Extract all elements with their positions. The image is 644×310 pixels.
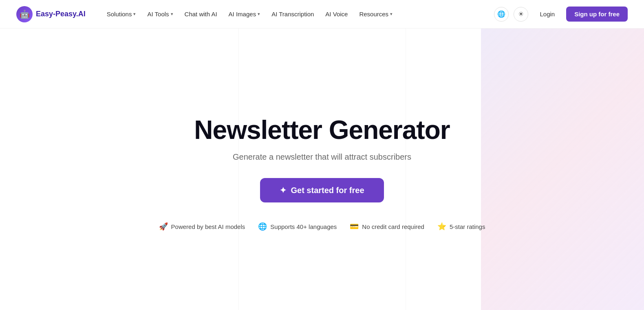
globe-feature-icon: 🌐 <box>258 222 267 231</box>
feature-no-credit-card: 💳 No credit card required <box>350 222 424 231</box>
globe-button[interactable]: 🌐 <box>494 7 509 22</box>
sun-icon: ☀ <box>518 10 524 18</box>
hero-subtitle: Generate a newsletter that will attract … <box>233 152 411 162</box>
navbar-left: 🤖 Easy-Peasy.AI Solutions ▾ AI Tools ▾ C… <box>16 6 397 22</box>
globe-icon: 🌐 <box>497 10 505 18</box>
navbar-right: 🌐 ☀ Login Sign up for free <box>494 7 628 22</box>
nav-item-aitools[interactable]: AI Tools ▾ <box>142 7 178 21</box>
star-icon: ⭐ <box>437 222 446 231</box>
nav-item-chat[interactable]: Chat with AI <box>180 7 222 21</box>
navbar: 🤖 Easy-Peasy.AI Solutions ▾ AI Tools ▾ C… <box>0 0 644 29</box>
resources-chevron-icon: ▾ <box>390 11 393 17</box>
cta-sparkle-icon: ✦ <box>280 185 287 195</box>
cta-button[interactable]: ✦ Get started for free <box>260 178 384 202</box>
cta-label: Get started for free <box>291 186 364 195</box>
nav-aitools-label: AI Tools <box>147 11 169 18</box>
nav-item-resources[interactable]: Resources ▾ <box>354 7 397 21</box>
nav-aiimages-label: AI Images <box>229 11 256 18</box>
feature-languages: 🌐 Supports 40+ languages <box>258 222 337 231</box>
logo-icon: 🤖 <box>16 6 33 22</box>
hero-title: Newsletter Generator <box>194 116 450 144</box>
nav-voice-label: AI Voice <box>325 11 348 18</box>
nav-item-solutions[interactable]: Solutions ▾ <box>102 7 141 21</box>
logo[interactable]: 🤖 Easy-Peasy.AI <box>16 6 86 22</box>
feature-ai-models-label: Powered by best AI models <box>171 223 245 230</box>
login-button[interactable]: Login <box>533 7 561 21</box>
feature-ai-models: 🚀 Powered by best AI models <box>159 222 245 231</box>
main-content: Newsletter Generator Generate a newslett… <box>0 29 644 310</box>
signup-button[interactable]: Sign up for free <box>566 7 628 22</box>
nav-item-aiimages[interactable]: AI Images ▾ <box>224 7 265 21</box>
feature-ratings: ⭐ 5-star ratings <box>437 222 485 231</box>
rocket-icon: 🚀 <box>159 222 168 231</box>
theme-toggle-button[interactable]: ☀ <box>514 7 528 22</box>
nav-item-voice[interactable]: AI Voice <box>320 7 353 21</box>
nav-links: Solutions ▾ AI Tools ▾ Chat with AI AI I… <box>102 7 397 21</box>
aitools-chevron-icon: ▾ <box>171 11 173 17</box>
nav-chat-label: Chat with AI <box>185 11 217 18</box>
credit-card-icon: 💳 <box>350 222 359 231</box>
nav-resources-label: Resources <box>359 11 388 18</box>
feature-ratings-label: 5-star ratings <box>450 223 485 230</box>
features-row: 🚀 Powered by best AI models 🌐 Supports 4… <box>159 222 485 231</box>
nav-transcription-label: AI Transcription <box>271 11 314 18</box>
feature-languages-label: Supports 40+ languages <box>270 223 337 230</box>
solutions-chevron-icon: ▾ <box>133 11 136 17</box>
feature-no-credit-card-label: No credit card required <box>362 223 424 230</box>
nav-item-transcription[interactable]: AI Transcription <box>267 7 319 21</box>
nav-solutions-label: Solutions <box>107 11 132 18</box>
aiimages-chevron-icon: ▾ <box>258 11 260 17</box>
logo-text: Easy-Peasy.AI <box>36 10 86 18</box>
